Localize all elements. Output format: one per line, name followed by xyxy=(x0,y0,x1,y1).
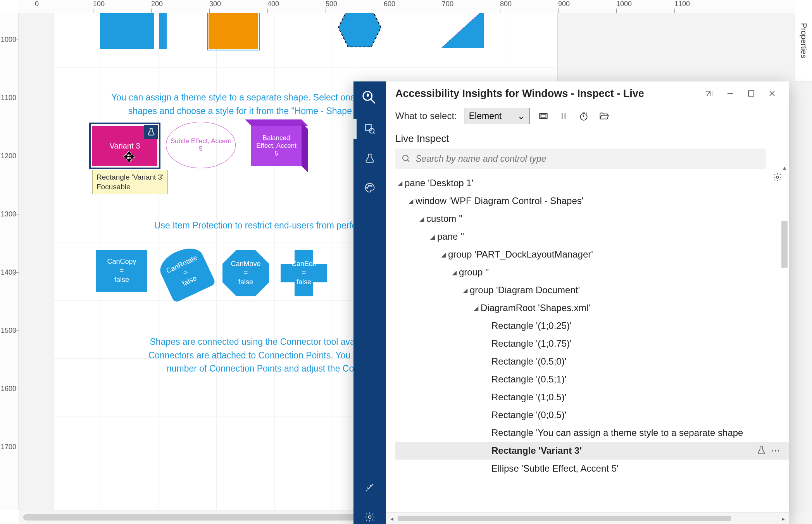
svg-marker-0 xyxy=(338,13,381,47)
tree-row-selected[interactable]: Rectangle 'Variant 3'⋯ xyxy=(395,442,789,460)
move-cursor-icon: ✥ xyxy=(123,149,135,165)
tree-row[interactable]: ◢custom '' xyxy=(395,210,789,228)
shape-hexagon[interactable] xyxy=(336,13,383,49)
aiw-hscroll-thumb[interactable] xyxy=(398,516,731,521)
row-more-icon[interactable]: ⋯ xyxy=(771,446,780,456)
tree-row[interactable]: Rectangle '(0;0.5)' xyxy=(395,406,789,424)
shape-cube-balanced[interactable]: Balanced Effect, Accent 5 xyxy=(251,119,309,166)
ruler-horizontal: 010020030040050060070080090010001100 xyxy=(19,0,812,13)
svg-point-8 xyxy=(369,516,371,519)
canmove-label: CanMove = false xyxy=(231,259,260,287)
ruler-h-tick: 600 xyxy=(384,0,395,8)
tree-row[interactable]: Rectangle '(0.5;0)' xyxy=(395,353,789,370)
ruler-v-tick: 1400 xyxy=(0,268,16,277)
aiw-vertical-scrollbar[interactable]: ▴ xyxy=(780,163,789,512)
shape-square-orange-selected[interactable] xyxy=(209,13,258,49)
shape-canmove[interactable]: CanMove = false xyxy=(222,250,269,296)
timer-tool-icon[interactable] xyxy=(577,109,590,123)
tree-expand-icon[interactable]: ◢ xyxy=(428,233,437,240)
test-beaker-badge-icon xyxy=(144,125,158,139)
maximize-button[interactable] xyxy=(743,86,759,101)
cancopy-label: CanCopy = false xyxy=(107,257,136,284)
sidebar-connect-icon[interactable] xyxy=(363,481,377,495)
shape-rectangle-blue[interactable] xyxy=(100,13,154,49)
tree-row[interactable]: ◢DiagramRoot 'Shapes.xml' xyxy=(395,299,789,317)
tree-expand-icon[interactable]: ◢ xyxy=(395,180,405,187)
ruler-h-tick: 700 xyxy=(442,0,453,8)
ruler-v-tick: 1300 xyxy=(0,210,16,218)
tree-row-label: DiagramRoot 'Shapes.xml' xyxy=(481,303,590,313)
scrollbar-thumb[interactable] xyxy=(23,514,364,521)
tree-row[interactable]: ◢window 'WPF Diagram Control - Shapes' xyxy=(395,192,789,210)
tree-expand-icon[interactable]: ◢ xyxy=(450,269,459,276)
sidebar-inspect-icon[interactable] xyxy=(363,122,377,136)
svg-rect-9 xyxy=(748,91,754,96)
aiw-sidebar xyxy=(353,81,386,524)
minimize-button[interactable] xyxy=(722,86,738,101)
scroll-up-icon[interactable]: ▴ xyxy=(780,163,789,172)
tree-row-label: group 'Diagram Document' xyxy=(470,285,580,296)
tree-row[interactable]: ◢pane 'Desktop 1' xyxy=(395,174,789,192)
close-button[interactable] xyxy=(764,86,780,101)
tree-row-label: group '' xyxy=(459,267,489,278)
row-beaker-icon[interactable] xyxy=(757,446,766,455)
ellipse-label: Subtle Effect, Accent 5 xyxy=(170,137,231,153)
ui-automation-tree[interactable]: ◢pane 'Desktop 1'◢window 'WPF Diagram Co… xyxy=(386,173,789,512)
tree-expand-icon[interactable]: ◢ xyxy=(460,287,470,294)
tree-expand-icon[interactable]: ◢ xyxy=(471,304,481,312)
dropdown-value: Element xyxy=(469,111,502,121)
canedit-label: CanEdit = false xyxy=(291,259,316,287)
ruler-v-tick: 1600 xyxy=(0,385,16,393)
tree-row[interactable]: ◢pane '' xyxy=(395,228,789,246)
svg-rect-11 xyxy=(541,115,546,118)
svg-point-7 xyxy=(371,185,372,187)
tree-row[interactable]: ◢group '' xyxy=(395,263,789,281)
tree-expand-icon[interactable]: ◢ xyxy=(406,197,415,205)
cube-side-face xyxy=(302,123,308,172)
aiw-main-panel: Accessibility Insights for Windows - Ins… xyxy=(386,81,789,524)
help-button[interactable]: ?⃝ xyxy=(702,86,717,101)
tree-row-label: pane 'Desktop 1' xyxy=(405,178,473,189)
search-box[interactable] xyxy=(395,149,766,169)
canrotate-label: CanRotate = false xyxy=(165,253,207,292)
tree-row[interactable]: ◢group 'PART_DockLayoutManager' xyxy=(395,246,789,263)
tree-row-label: pane '' xyxy=(437,231,464,242)
shape-ellipse-subtle[interactable]: Subtle Effect, Accent 5 xyxy=(166,122,236,168)
what-to-select-dropdown[interactable]: Element ⌄ xyxy=(464,108,530,124)
ruler-h-tick: 400 xyxy=(267,0,279,8)
highlighter-tool-icon[interactable] xyxy=(537,109,550,123)
ruler-v-tick: 1200 xyxy=(0,152,16,160)
shape-cancopy[interactable]: CanCopy = false xyxy=(96,250,147,292)
tree-row-label: group 'PART_DockLayoutManager' xyxy=(448,249,593,260)
pause-tool-icon[interactable] xyxy=(557,109,570,123)
tree-row-label: Rectangle '(0.5;1)' xyxy=(491,374,566,385)
shape-tooltip: Rectangle 'Variant 3' Focusable xyxy=(92,170,168,194)
ruler-vertical: 90010001100120013001400150016001700 xyxy=(0,13,19,510)
ruler-h-tick: 200 xyxy=(151,0,163,8)
sidebar-test-icon[interactable] xyxy=(363,151,377,165)
tree-row-label: Rectangle '(1;0.5)' xyxy=(491,392,566,403)
open-file-tool-icon[interactable] xyxy=(597,109,610,123)
aiw-horizontal-scrollbar[interactable]: ◂ ▸ xyxy=(386,512,789,524)
scroll-right-icon[interactable]: ▸ xyxy=(779,514,788,523)
scroll-left-icon[interactable]: ◂ xyxy=(388,514,396,523)
aiw-titlebar: Accessibility Insights for Windows - Ins… xyxy=(386,81,789,105)
tree-row[interactable]: Rectangle '(1;0.75)' xyxy=(395,335,789,353)
ruler-h-tick: 1100 xyxy=(674,0,690,8)
properties-panel-tab[interactable]: Properties xyxy=(795,0,812,81)
tree-expand-icon[interactable]: ◢ xyxy=(439,251,448,258)
tree-row[interactable]: Rectangle '(1;0.25)' xyxy=(395,317,789,335)
sidebar-color-icon[interactable] xyxy=(363,181,377,195)
tree-row[interactable]: Rectangle 'You can assign a theme style … xyxy=(395,424,789,442)
tree-row[interactable]: Ellipse 'Subtle Effect, Accent 5' xyxy=(395,460,789,477)
tree-row[interactable]: Rectangle '(1;0.5)' xyxy=(395,388,789,406)
shape-rectangle-sliver[interactable] xyxy=(159,13,167,49)
accessibility-insights-window: Accessibility Insights for Windows - Ins… xyxy=(353,81,789,524)
tree-row[interactable]: Rectangle '(0.5;1)' xyxy=(395,370,789,388)
search-input[interactable] xyxy=(415,154,760,164)
sidebar-settings-icon[interactable] xyxy=(363,510,377,524)
tree-expand-icon[interactable]: ◢ xyxy=(417,215,426,223)
tree-row[interactable]: ◢group 'Diagram Document' xyxy=(395,281,789,299)
aiw-vscroll-thumb[interactable] xyxy=(781,221,788,268)
tree-row-label: Rectangle '(0.5;0)' xyxy=(491,356,566,367)
